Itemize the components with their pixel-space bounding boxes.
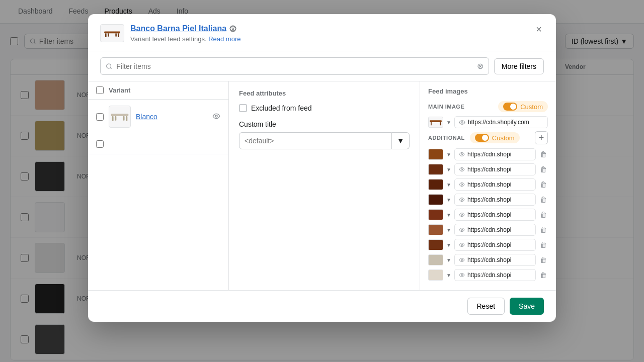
eye-icon-1 bbox=[459, 151, 465, 157]
main-image-thumb bbox=[428, 117, 443, 128]
feed-attrs-header: Feed attributes bbox=[239, 89, 410, 97]
additional-thumb-9 bbox=[428, 269, 443, 281]
product-image-svg bbox=[103, 26, 122, 40]
custom-title-input-row: ▼ bbox=[239, 132, 410, 149]
variant-eye-icon[interactable] bbox=[212, 112, 220, 122]
clear-search-icon[interactable]: ⊗ bbox=[477, 61, 484, 71]
modal-search-row: ⊗ More filters bbox=[88, 51, 556, 81]
svg-rect-16 bbox=[431, 122, 432, 125]
custom-title-dropdown[interactable]: ▼ bbox=[392, 132, 410, 149]
svg-rect-4 bbox=[108, 33, 109, 36]
additional-url-6: https://cdn.shopi bbox=[467, 226, 531, 233]
custom-title-label: Custom title bbox=[239, 120, 410, 128]
svg-rect-17 bbox=[440, 122, 441, 125]
img-dropdown-3[interactable]: ▼ bbox=[446, 182, 451, 188]
variants-column: Variant Blanco bbox=[88, 81, 229, 290]
svg-point-25 bbox=[461, 244, 462, 246]
modal-title-area: Banco Barna Piel Italiana Variant level … bbox=[130, 24, 528, 43]
additional-url-4: https://cdn.shopi bbox=[467, 196, 531, 203]
delete-image-8[interactable]: 🗑 bbox=[539, 255, 548, 265]
svg-rect-9 bbox=[111, 114, 128, 116]
delete-image-3[interactable]: 🗑 bbox=[539, 179, 548, 190]
eye-icon-6 bbox=[459, 227, 465, 233]
eye-icon-5 bbox=[459, 212, 465, 218]
additional-image-item-1: ▼ https://cdn.shopi 🗑 bbox=[428, 148, 548, 160]
additional-image-item-3: ▼ https://cdn.shopi 🗑 bbox=[428, 178, 548, 191]
svg-point-24 bbox=[461, 229, 462, 231]
svg-rect-2 bbox=[105, 33, 107, 37]
reset-button[interactable]: Reset bbox=[467, 298, 505, 315]
delete-image-4[interactable]: 🗑 bbox=[539, 195, 548, 205]
img-dropdown-5[interactable]: ▼ bbox=[446, 212, 451, 218]
additional-images-row: ADDITIONAL Custom + bbox=[428, 131, 548, 144]
eye-icon-8 bbox=[459, 257, 465, 263]
delete-image-2[interactable]: 🗑 bbox=[539, 164, 548, 174]
read-more-link[interactable]: Read more bbox=[208, 35, 240, 43]
main-image-row: MAIN IMAGE Custom bbox=[428, 101, 548, 112]
svg-rect-13 bbox=[123, 116, 125, 121]
add-image-button[interactable]: + bbox=[535, 131, 548, 144]
additional-url-9: https://cdn.shopi bbox=[467, 272, 531, 279]
img-dropdown-4[interactable]: ▼ bbox=[446, 197, 451, 203]
svg-point-26 bbox=[461, 259, 462, 261]
additional-url-display-5: https://cdn.shopi bbox=[454, 209, 536, 221]
variant-checkbox[interactable] bbox=[96, 140, 104, 148]
svg-point-8 bbox=[107, 64, 111, 68]
modal-close-button[interactable]: × bbox=[534, 24, 544, 34]
img-dropdown-8[interactable]: ▼ bbox=[446, 257, 451, 263]
additional-label: ADDITIONAL bbox=[428, 135, 465, 141]
additional-image-item-4: ▼ https://cdn.shopi 🗑 bbox=[428, 194, 548, 206]
feed-attributes-column: Feed attributes Excluded from feed Custo… bbox=[229, 81, 420, 290]
select-all-variants-checkbox[interactable] bbox=[96, 86, 104, 94]
additional-toggle[interactable] bbox=[475, 134, 489, 142]
eye-icon-3 bbox=[459, 182, 465, 188]
delete-image-7[interactable]: 🗑 bbox=[539, 240, 548, 250]
additional-image-item-8: ▼ https://cdn.shopi 🗑 bbox=[428, 254, 548, 266]
modal-body: Variant Blanco bbox=[88, 81, 556, 290]
delete-image-9[interactable]: 🗑 bbox=[539, 270, 548, 280]
additional-url-5: https://cdn.shopi bbox=[467, 211, 531, 218]
additional-url-display-2: https://cdn.shopi bbox=[454, 163, 536, 175]
delete-image-6[interactable]: 🗑 bbox=[539, 225, 548, 235]
custom-title-input[interactable] bbox=[239, 132, 392, 149]
img-dropdown-9[interactable]: ▼ bbox=[446, 273, 451, 278]
variant-row-empty bbox=[88, 134, 228, 154]
additional-image-item-5: ▼ https://cdn.shopi 🗑 bbox=[428, 209, 548, 221]
modal-product-title[interactable]: Banco Barna Piel Italiana bbox=[130, 24, 236, 33]
variant-checkbox[interactable] bbox=[96, 113, 104, 121]
img-dropdown-2[interactable]: ▼ bbox=[446, 167, 451, 172]
additional-url-1: https://cdn.shopi bbox=[467, 151, 531, 158]
eye-circle-icon bbox=[229, 25, 236, 32]
additional-url-display-7: https://cdn.shopi bbox=[454, 239, 536, 251]
additional-thumb-2 bbox=[428, 164, 443, 175]
save-button[interactable]: Save bbox=[510, 298, 544, 315]
exclude-from-feed-row: Excluded from feed bbox=[239, 104, 410, 112]
modal-search-inner: ⊗ bbox=[100, 57, 489, 75]
additional-thumb-4 bbox=[428, 194, 443, 205]
img-dropdown-1[interactable]: ▼ bbox=[446, 152, 451, 157]
variants-header: Variant bbox=[88, 81, 228, 100]
main-image-toggle[interactable] bbox=[503, 103, 517, 111]
svg-point-22 bbox=[461, 199, 462, 201]
modal-footer: Reset Save bbox=[88, 290, 556, 322]
variant-thumb-svg bbox=[109, 106, 130, 127]
modal-header: Banco Barna Piel Italiana Variant level … bbox=[88, 14, 556, 51]
variant-name[interactable]: Blanco bbox=[136, 113, 157, 121]
modal-search-input[interactable] bbox=[116, 62, 473, 70]
more-filters-button[interactable]: More filters bbox=[494, 58, 544, 74]
delete-image-1[interactable]: 🗑 bbox=[539, 149, 548, 159]
eye-icon-4 bbox=[459, 197, 465, 203]
delete-image-5[interactable]: 🗑 bbox=[539, 210, 548, 220]
additional-url-2: https://cdn.shopi bbox=[467, 166, 531, 173]
exclude-checkbox[interactable] bbox=[239, 104, 247, 112]
additional-url-display-3: https://cdn.shopi bbox=[454, 178, 536, 191]
exclude-label: Excluded from feed bbox=[251, 104, 312, 112]
img-dropdown-6[interactable]: ▼ bbox=[446, 227, 451, 233]
svg-point-14 bbox=[215, 115, 217, 117]
additional-thumb-1 bbox=[428, 149, 443, 160]
img-dropdown-7[interactable]: ▼ bbox=[446, 242, 451, 248]
svg-point-18 bbox=[461, 121, 463, 123]
additional-thumb-3 bbox=[428, 179, 443, 190]
modal-dialog: Banco Barna Piel Italiana Variant level … bbox=[88, 14, 556, 322]
main-image-dropdown[interactable]: ▼ bbox=[446, 120, 451, 125]
